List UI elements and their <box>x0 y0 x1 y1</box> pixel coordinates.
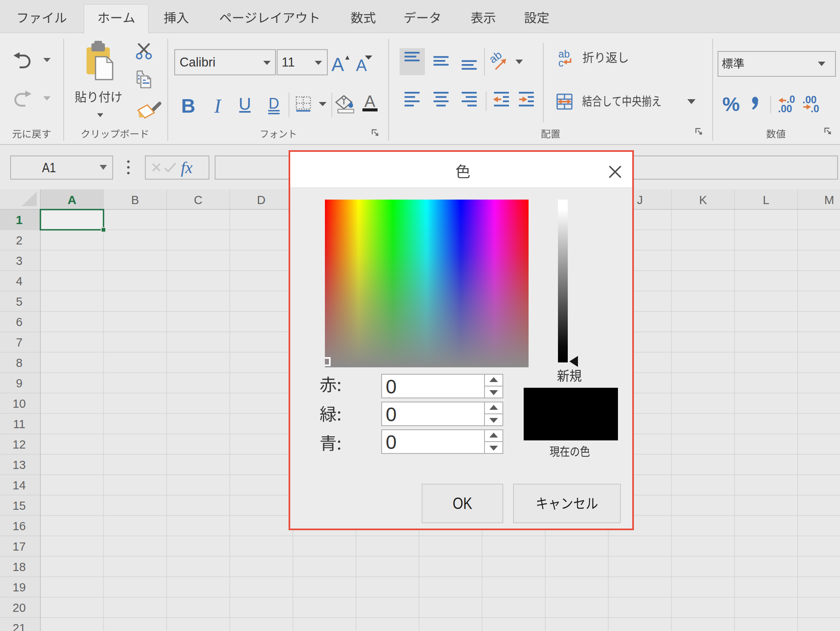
svg-text:16: 16 <box>13 520 26 533</box>
svg-text:19: 19 <box>13 581 26 594</box>
svg-text:18: 18 <box>13 560 26 573</box>
svg-text:0: 0 <box>386 404 397 425</box>
svg-text:15: 15 <box>13 499 26 512</box>
svg-text:0: 0 <box>386 376 397 398</box>
svg-text:A: A <box>67 193 76 207</box>
svg-text:12: 12 <box>13 438 26 451</box>
svg-text:J: J <box>637 193 643 207</box>
svg-text:10: 10 <box>13 397 26 410</box>
svg-text:C: C <box>194 193 202 207</box>
svg-text:17: 17 <box>13 540 26 553</box>
svg-text:9: 9 <box>16 377 22 390</box>
svg-text:6: 6 <box>16 316 22 329</box>
svg-text:0: 0 <box>386 431 397 453</box>
svg-text:5: 5 <box>16 295 22 308</box>
svg-text:OK: OK <box>453 494 472 512</box>
svg-text:7: 7 <box>16 336 22 349</box>
svg-text:14: 14 <box>13 479 26 492</box>
svg-text:3: 3 <box>16 254 22 267</box>
svg-text:11: 11 <box>13 418 25 431</box>
svg-text:8: 8 <box>16 356 22 369</box>
svg-text:D: D <box>257 193 266 207</box>
svg-text:21: 21 <box>13 622 26 631</box>
svg-text:4: 4 <box>16 275 22 288</box>
svg-text:M: M <box>824 193 834 207</box>
svg-text:1: 1 <box>16 213 23 227</box>
svg-text:13: 13 <box>13 458 26 471</box>
svg-text:20: 20 <box>13 601 26 614</box>
svg-text:K: K <box>699 193 707 207</box>
svg-text:B: B <box>131 193 139 207</box>
svg-text:2: 2 <box>16 234 22 247</box>
svg-text:L: L <box>763 193 769 207</box>
